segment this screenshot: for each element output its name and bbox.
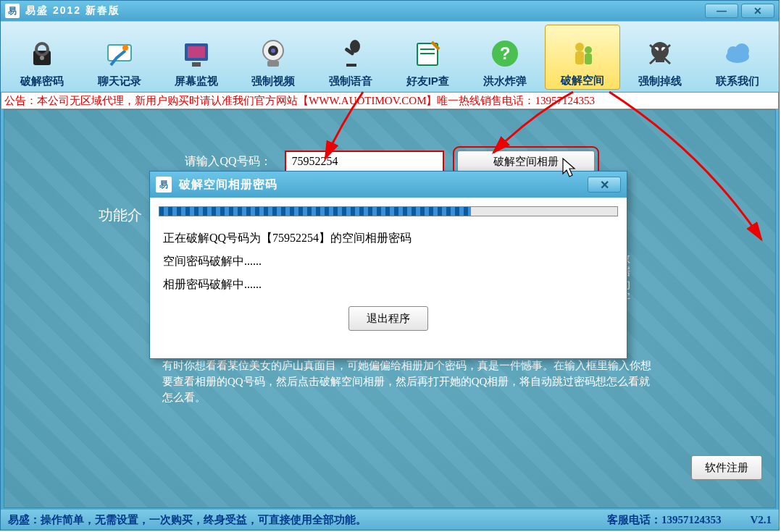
progress-fill [159, 207, 471, 216]
status-text: 易盛：操作简单，无需设置，一次购买，终身受益，可直接使用全部功能。 [8, 513, 367, 527]
tool-screen-monitor[interactable]: 屏幕监视 [159, 25, 233, 90]
tool-flood-bomb[interactable]: ? 洪水炸弹 [467, 25, 541, 90]
description-text: 有时你想看看某位美女的庐山真面目，可她偏偏给相册加个密码，真是一件憾事。在输入框… [162, 358, 655, 405]
minimize-button[interactable]: — [705, 4, 738, 18]
chat-icon [100, 34, 139, 73]
mic-icon [331, 34, 370, 73]
close-button[interactable]: ✕ [741, 4, 774, 18]
function-intro-label: 功能介 [99, 206, 142, 225]
tool-label: 联系我们 [716, 75, 759, 88]
note-icon [408, 34, 447, 73]
announcement-bar: 公告：本公司无区域代理，新用户购买时请认准我们官方网站【WWW.AUOTIMOV… [1, 92, 779, 109]
svg-point-10 [271, 48, 275, 53]
titlebar: 易 易盛 2012 新春版 — ✕ [1, 1, 779, 21]
tool-contact-us[interactable]: 联系我们 [701, 25, 774, 90]
dialog-title: 破解空间相册密码 [179, 177, 588, 193]
main-window: 易 易盛 2012 新春版 — ✕ 破解密码 聊天记录 屏幕监视 [0, 0, 780, 531]
lock-icon [22, 34, 62, 73]
svg-rect-23 [585, 54, 592, 64]
register-button[interactable]: 软件注册 [691, 455, 762, 480]
app-icon: 易 [5, 4, 20, 18]
svg-point-32 [735, 43, 749, 58]
tool-force-offline[interactable]: 强制掉线 [623, 25, 697, 90]
status-phone: 客服电话：13957124353 [607, 513, 722, 527]
progress-bar [159, 206, 618, 216]
help-icon: ? [485, 34, 525, 73]
tool-label: 强制掉线 [638, 75, 682, 88]
tool-friend-ip[interactable]: 好友IP查 [390, 25, 464, 90]
exit-button[interactable]: 退出程序 [348, 306, 428, 331]
dialog-titlebar: 易 破解空间相册密码 ✕ [150, 172, 627, 198]
svg-rect-7 [192, 62, 201, 67]
tool-label: 聊天记录 [98, 75, 141, 88]
dialog-line-1: 正在破解QQ号码为【75952254】的空间相册密码 [163, 227, 614, 250]
dialog-line-2: 空间密码破解中...... [163, 250, 614, 273]
svg-rect-11 [267, 61, 279, 67]
tool-chat-log[interactable]: 聊天记录 [82, 25, 156, 90]
dialog-body: 正在破解QQ号码为【75952254】的空间相册密码 空间密码破解中......… [150, 224, 627, 334]
qq-input[interactable] [285, 151, 444, 172]
webcam-icon [254, 34, 293, 73]
cloud-icon [718, 34, 757, 73]
tool-label: 好友IP查 [406, 75, 449, 88]
window-title: 易盛 2012 新春版 [25, 4, 705, 17]
svg-point-4 [122, 45, 128, 51]
tool-force-audio[interactable]: 强制语音 [314, 25, 388, 90]
tool-label: 强制视频 [251, 75, 295, 88]
status-bar: 易盛：操作简单，无需设置，一次购买，终身受益，可直接使用全部功能。 客服电话：1… [1, 510, 779, 530]
tool-crack-password[interactable]: 破解密码 [5, 25, 79, 90]
dialog-line-3: 相册密码破解中...... [163, 273, 614, 296]
svg-point-20 [575, 43, 584, 51]
svg-point-22 [585, 46, 592, 54]
svg-point-2 [40, 56, 44, 60]
dialog-close-button[interactable]: ✕ [588, 177, 621, 193]
status-version: V2.1 [750, 514, 772, 526]
tool-force-video[interactable]: 强制视频 [236, 25, 310, 90]
svg-rect-6 [188, 46, 205, 58]
monitor-icon [177, 34, 216, 73]
tool-crack-space[interactable]: 破解空间 [545, 25, 620, 90]
crack-dialog: 易 破解空间相册密码 ✕ 正在破解QQ号码为【75952254】的空间相册密码 … [149, 171, 627, 359]
tool-label: 破解空间 [561, 74, 604, 88]
tool-label: 强制语音 [329, 75, 372, 88]
svg-rect-14 [346, 64, 356, 67]
skull-icon [640, 34, 680, 73]
svg-text:?: ? [499, 43, 510, 63]
dialog-app-icon: 易 [156, 177, 172, 193]
people-icon [563, 33, 602, 72]
tool-label: 屏幕监视 [175, 75, 218, 88]
qq-input-label: 请输入QQ号码： [185, 154, 271, 169]
svg-rect-21 [575, 51, 584, 64]
tool-label: 洪水炸弹 [483, 75, 527, 88]
crack-album-button[interactable]: 破解空间相册 [457, 151, 595, 172]
tool-label: 破解密码 [20, 75, 64, 88]
toolbar: 破解密码 聊天记录 屏幕监视 强制视频 强制语音 [1, 21, 779, 92]
